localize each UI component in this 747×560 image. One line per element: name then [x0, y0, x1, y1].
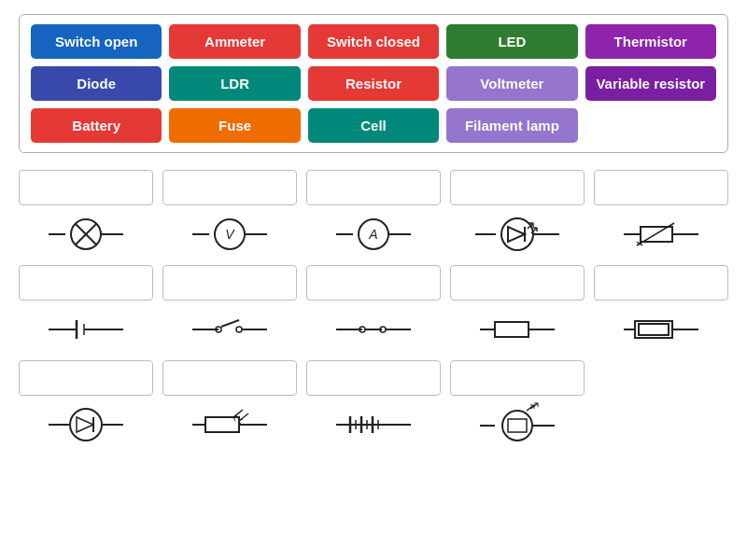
- answer-box-6[interactable]: [19, 265, 153, 301]
- symbol-battery: [19, 302, 153, 357]
- symbol-resistor: [450, 302, 585, 357]
- svg-point-74: [502, 411, 532, 441]
- symbol-variable-resistor: [594, 302, 728, 357]
- symbol-filament-lamp: [19, 207, 153, 261]
- answer-box-1[interactable]: [19, 170, 153, 205]
- word-tile-11[interactable]: Fuse: [169, 108, 300, 143]
- symbol-diode: [19, 398, 153, 452]
- word-tile-1[interactable]: Ammeter: [169, 24, 300, 59]
- svg-rect-56: [205, 417, 239, 432]
- svg-text:A: A: [368, 227, 377, 242]
- svg-point-51: [70, 409, 102, 441]
- symbol-ldr: [162, 398, 297, 452]
- answer-box-14[interactable]: [450, 360, 585, 396]
- svg-point-36: [236, 327, 242, 332]
- answer-box-12[interactable]: [162, 360, 297, 396]
- answer-box-9[interactable]: [450, 265, 585, 301]
- symbol-led: [450, 207, 585, 261]
- answer-box-10[interactable]: [594, 265, 728, 301]
- word-tile-9[interactable]: Variable resistor: [585, 66, 716, 101]
- answer-box-5[interactable]: [594, 170, 728, 205]
- answer-box-4[interactable]: [450, 170, 585, 205]
- answer-grid: V A: [19, 170, 728, 455]
- svg-point-14: [501, 218, 533, 250]
- symbol-ammeter: A: [306, 207, 441, 261]
- word-tile-4[interactable]: Thermistor: [585, 24, 716, 59]
- word-bank: Switch openAmmeterSwitch closedLEDThermi…: [19, 14, 728, 153]
- symbol-thermistor: [594, 207, 728, 261]
- word-tile-13[interactable]: Filament lamp: [446, 108, 577, 143]
- answer-box-7[interactable]: [162, 265, 297, 301]
- symbol-multi-cell-battery: [306, 398, 441, 452]
- symbol-voltmeter: V: [162, 207, 297, 261]
- answer-box-2[interactable]: [162, 170, 297, 205]
- symbol-switch-open: [162, 302, 297, 357]
- svg-rect-44: [495, 322, 529, 337]
- svg-line-35: [221, 320, 239, 327]
- word-tile-8[interactable]: Voltmeter: [446, 66, 577, 101]
- svg-line-77: [527, 405, 534, 411]
- word-tile-6[interactable]: LDR: [169, 66, 300, 101]
- word-tile-5[interactable]: Diode: [31, 66, 162, 101]
- answer-box-3[interactable]: [306, 170, 441, 205]
- svg-rect-48: [639, 324, 669, 335]
- symbol-switch-closed: [306, 302, 441, 357]
- answer-box-8[interactable]: [306, 265, 441, 301]
- word-tile-7[interactable]: Resistor: [308, 66, 439, 101]
- word-tile-0[interactable]: Switch open: [31, 24, 162, 59]
- word-tile-12[interactable]: Cell: [308, 108, 439, 143]
- word-tile-10[interactable]: Battery: [31, 108, 162, 143]
- answer-box-13[interactable]: [306, 360, 441, 396]
- symbol-filament-lamp-2: [450, 398, 585, 452]
- answer-box-11[interactable]: [19, 360, 153, 396]
- word-tile-2[interactable]: Switch closed: [308, 24, 439, 59]
- word-tile-3[interactable]: LED: [446, 24, 577, 59]
